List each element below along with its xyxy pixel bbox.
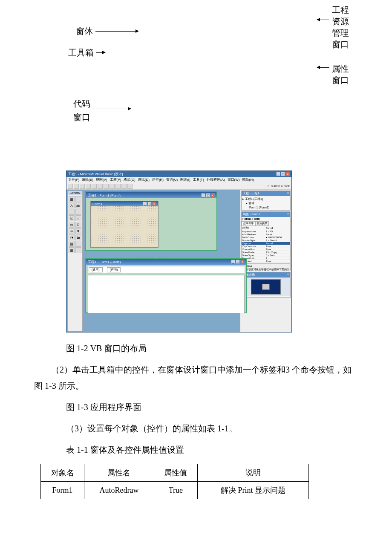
menu-item[interactable]: 视图(V): [96, 177, 107, 182]
maximize-icon[interactable]: □: [206, 193, 210, 197]
toolbar-button[interactable]: [98, 184, 103, 189]
toolbox-tool[interactable]: [75, 247, 81, 253]
code-object-dropdown[interactable]: (通用): [89, 267, 103, 272]
property-row[interactable]: CaptionForm1: [242, 242, 290, 245]
minimize-icon[interactable]: _: [201, 193, 205, 197]
toolbar-button[interactable]: [127, 184, 133, 189]
toolbar-button[interactable]: [68, 184, 73, 189]
property-row[interactable]: DrawStyle0 - Solid: [242, 254, 290, 257]
property-row[interactable]: ControlBoxTrue: [242, 248, 290, 251]
tree-root[interactable]: ▸ 工程1 (工程1): [242, 197, 289, 201]
document-body: 图 1-2 VB 窗口的布局 （2）单击工具箱中的控件，在窗体设计窗口中添加一个…: [66, 340, 358, 458]
menu-item[interactable]: 帮助(H): [242, 177, 254, 182]
code-editor-area[interactable]: [88, 275, 245, 313]
toolbox-tool[interactable]: [75, 241, 81, 247]
toolbar-button[interactable]: [80, 184, 85, 189]
close-icon[interactable]: ×: [152, 202, 156, 206]
maximize-icon[interactable]: □: [147, 202, 152, 206]
anno-toolbox-label: 工具箱: [68, 47, 94, 58]
property-row[interactable]: EnabledTrue: [242, 260, 290, 263]
code-proc-dropdown[interactable]: (声明): [107, 267, 121, 272]
toolbox-tool[interactable]: [75, 209, 81, 215]
close-icon[interactable]: ×: [287, 212, 289, 217]
toolbox-tool[interactable]: ⬍: [75, 228, 81, 234]
toolbar-button[interactable]: [92, 184, 97, 189]
close-icon[interactable]: ×: [240, 260, 245, 264]
toolbar-button[interactable]: [74, 184, 79, 189]
property-row[interactable]: BackColor■ &H8000000: [242, 236, 290, 239]
toolbar: 0, 0 4800 × 3600: [66, 183, 291, 190]
table-header-row: 对象名 属性名 属性值 说明: [41, 464, 309, 482]
close-icon[interactable]: ×: [287, 191, 289, 196]
toolbar-button[interactable]: [115, 184, 121, 189]
anno-code-window: 代码 窗口: [73, 98, 130, 123]
menu-item[interactable]: 窗口(W): [228, 177, 240, 182]
step-3-text: （3）设置每个对象（控件）的属性如表 1-1。: [66, 420, 358, 436]
toolbox-tool[interactable]: ◔: [69, 234, 75, 240]
toolbox-tool[interactable]: [75, 196, 81, 202]
toolbar-button[interactable]: [86, 184, 91, 189]
toolbox-tool[interactable]: A: [69, 202, 75, 208]
code-window[interactable]: 工程1 - Form1 (Code) _□× (通用) (声明): [85, 258, 247, 313]
arrow-icon: [92, 109, 130, 109]
tab-category[interactable]: 按分类序: [255, 221, 269, 226]
form-preview[interactable]: [262, 284, 270, 290]
menu-item[interactable]: 外接程序(A): [207, 177, 225, 182]
menu-item[interactable]: 运行(R): [152, 177, 164, 182]
toolbox-panel: General ▦Aab☑○▭⊟⬄⬍◔🗁▤▦: [67, 191, 83, 331]
anno-form: 窗体: [76, 26, 138, 37]
toolbar-button[interactable]: [110, 184, 115, 189]
menu-item[interactable]: 文件(F): [68, 177, 79, 182]
menu-item[interactable]: 编辑(E): [82, 177, 93, 182]
property-row[interactable]: DrawMode13 - Copy I: [242, 251, 290, 254]
menu-item[interactable]: 工程(P): [110, 177, 121, 182]
property-row[interactable]: ClipControlsTrue: [242, 245, 290, 248]
toolbar-button[interactable]: [104, 184, 109, 189]
minimize-icon[interactable]: _: [231, 260, 235, 264]
anno-project-explorer: 工程 资源 管理 窗口: [317, 4, 349, 50]
maximize-icon[interactable]: □: [281, 172, 285, 176]
menu-item[interactable]: 查询(U): [166, 177, 178, 182]
form-designer-window[interactable]: 工程1 - Form1 (Form) _□× Form1 _□×: [85, 191, 217, 251]
property-row[interactable]: DrawWidth1: [242, 257, 290, 260]
screen-preview[interactable]: [251, 279, 281, 295]
property-row[interactable]: (名称)Form1: [242, 226, 290, 230]
close-icon[interactable]: ×: [285, 172, 290, 176]
properties-panel: 属性 - Form1× Form1 Form 按字母序 按分类序 (名称)For…: [241, 211, 291, 271]
minimize-icon[interactable]: _: [276, 172, 280, 176]
menubar: 文件(F)编辑(E)视图(V)工程(P)格式(O)调试(D)运行(R)查询(U)…: [66, 177, 291, 183]
form1-surface[interactable]: Form1 _□×: [90, 201, 159, 248]
toolbox-tool[interactable]: 🗁: [75, 234, 81, 240]
toolbox-tool[interactable]: [69, 209, 75, 215]
anno-properties-window: 属性 窗口: [317, 63, 349, 86]
property-row[interactable]: AutoRedrawFalse: [242, 233, 290, 236]
tree-folder[interactable]: ▸ 窗体: [242, 201, 289, 205]
menu-item[interactable]: 工具(T): [193, 177, 204, 182]
toolbar-button[interactable]: [121, 184, 127, 189]
toolbox-tool[interactable]: ▭: [69, 222, 75, 228]
toolbox-tool[interactable]: ▦: [69, 247, 75, 253]
close-icon[interactable]: ×: [287, 273, 289, 277]
property-row[interactable]: BorderStyle2 - Sizabl: [242, 239, 290, 242]
th-value: 属性值: [154, 464, 197, 482]
tree-item[interactable]: Form1 (Form1): [242, 205, 289, 210]
toolbox-tool[interactable]: ab: [75, 202, 81, 208]
toolbox-tool[interactable]: ▦: [69, 196, 75, 202]
project-explorer-header: 工程 - 工程1: [243, 191, 259, 196]
menu-item[interactable]: 调试(D): [138, 177, 150, 182]
caption-fig-1-3: 图 1-3 应用程序界面: [66, 399, 358, 415]
tab-alpha[interactable]: 按字母序: [242, 221, 255, 226]
toolbox-tool[interactable]: ○: [75, 215, 81, 221]
close-icon[interactable]: ×: [210, 193, 215, 197]
menu-item[interactable]: 图表(I): [180, 177, 190, 182]
maximize-icon[interactable]: □: [236, 260, 240, 264]
toolbox-tool[interactable]: ☑: [69, 215, 75, 221]
toolbox-tool[interactable]: ⬄: [69, 228, 75, 234]
toolbox-tool[interactable]: ⊟: [75, 222, 81, 228]
properties-object[interactable]: Form1 Form: [242, 217, 290, 221]
vb-ide-screenshot: 工程1 - Microsoft Visual Basic [设计] _ □ × …: [66, 171, 292, 332]
menu-item[interactable]: 格式(O): [124, 177, 135, 182]
property-row[interactable]: Appearance1 - 3D: [242, 230, 290, 233]
toolbox-tool[interactable]: ▤: [69, 241, 75, 247]
minimize-icon[interactable]: _: [143, 202, 147, 206]
